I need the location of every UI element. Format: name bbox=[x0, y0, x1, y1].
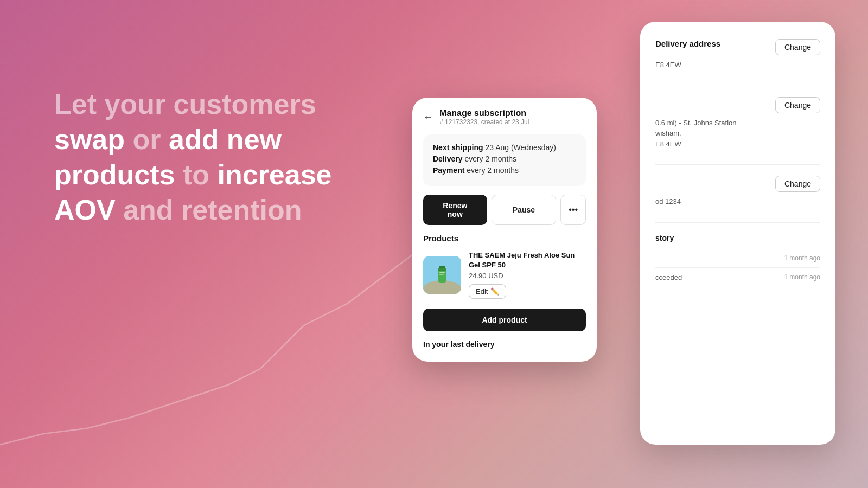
subscription-info-block: Next shipping 23 Aug (Wednesday) Deliver… bbox=[423, 134, 586, 186]
station-details: 0.6 mi) - St. Johns Station wisham, E8 4… bbox=[655, 118, 820, 150]
hero-aov: AOV bbox=[54, 194, 116, 226]
renew-now-button[interactable]: Renew now bbox=[423, 195, 487, 225]
last-delivery-section: In your last delivery bbox=[412, 340, 597, 349]
subscription-title: Manage subscription bbox=[439, 108, 529, 118]
history-item-2: cceeded 1 month ago bbox=[655, 268, 820, 287]
phone-back: Delivery address Change E8 4EW Change 0.… bbox=[640, 22, 835, 445]
products-title: Products bbox=[423, 234, 586, 243]
product-info: THE SAEM Jeju Fresh Aloe Sun Gel SPF 50 … bbox=[469, 251, 586, 299]
edit-pencil-icon: ✏️ bbox=[490, 287, 499, 296]
delivery-address-partial: E8 4EW bbox=[655, 60, 820, 70]
history-item-1: 1 month ago bbox=[655, 249, 820, 268]
history-title: story bbox=[655, 234, 820, 242]
subscription-subtitle: # 121732323, created at 23 Jul bbox=[439, 118, 529, 126]
phone-front-header: ← Manage subscription # 121732323, creat… bbox=[412, 98, 597, 134]
next-shipping-row: Next shipping 23 Aug (Wednesday) bbox=[433, 143, 576, 152]
back-arrow-icon[interactable]: ← bbox=[423, 112, 433, 123]
history-section: story 1 month ago cceeded 1 month ago bbox=[655, 234, 820, 287]
product-image-svg bbox=[423, 256, 461, 294]
phone-front: ← Manage subscription # 121732323, creat… bbox=[412, 98, 597, 362]
payment-method-section: Change od 1234 bbox=[655, 176, 820, 207]
more-options-button[interactable]: ••• bbox=[560, 195, 586, 225]
product-image bbox=[423, 256, 461, 294]
hero-products: products bbox=[54, 159, 175, 190]
station-change-button[interactable]: Change bbox=[775, 97, 820, 113]
payment-row: Payment every 2 months bbox=[433, 166, 576, 175]
svg-rect-4 bbox=[439, 272, 445, 273]
delivery-address-title: Delivery address bbox=[655, 39, 720, 48]
action-buttons: Renew now Pause ••• bbox=[423, 195, 586, 225]
product-name: THE SAEM Jeju Fresh Aloe Sun Gel SPF 50 bbox=[469, 251, 586, 269]
payment-details: od 1234 bbox=[655, 196, 820, 207]
delivery-row: Delivery every 2 months bbox=[433, 155, 576, 163]
station-section: Change 0.6 mi) - St. Johns Station wisha… bbox=[655, 97, 820, 150]
hero-or: or bbox=[133, 124, 161, 155]
phones-container: Delivery address Change E8 4EW Change 0.… bbox=[412, 22, 835, 477]
hero-section: Let your customers swap or add new produ… bbox=[54, 87, 380, 228]
hero-to: to bbox=[183, 159, 209, 190]
product-item-1: THE SAEM Jeju Fresh Aloe Sun Gel SPF 50 … bbox=[423, 251, 586, 299]
chart-overlay bbox=[0, 217, 423, 488]
add-product-button[interactable]: Add product bbox=[423, 309, 586, 331]
hero-add-new: add new bbox=[169, 124, 282, 155]
hero-increase: increase bbox=[217, 159, 331, 190]
hero-line1: Let your customers bbox=[54, 88, 316, 120]
payment-change-button[interactable]: Change bbox=[775, 176, 820, 192]
hero-retention: and retention bbox=[123, 194, 302, 226]
product-price: 24.90 USD bbox=[469, 272, 586, 280]
edit-product-button[interactable]: Edit ✏️ bbox=[469, 284, 506, 299]
pause-button[interactable]: Pause bbox=[492, 195, 557, 225]
delivery-address-change-button[interactable]: Change bbox=[775, 39, 820, 55]
hero-swap: swap bbox=[54, 124, 125, 155]
products-section: Products bbox=[423, 234, 586, 340]
svg-rect-5 bbox=[439, 274, 444, 275]
svg-rect-6 bbox=[439, 266, 445, 268]
delivery-address-section: Delivery address Change E8 4EW bbox=[655, 39, 820, 70]
